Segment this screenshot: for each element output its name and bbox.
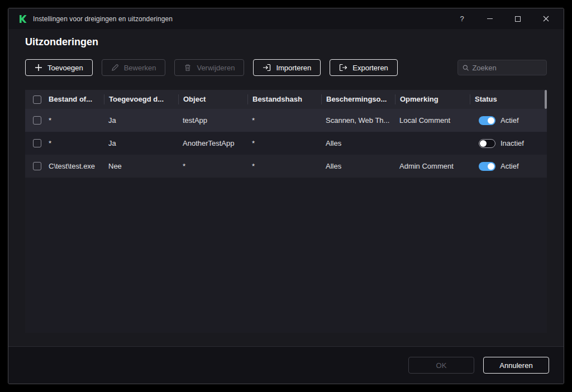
cell-hash: * xyxy=(247,162,321,170)
column-header-added[interactable]: Toegevoegd d... xyxy=(104,94,178,104)
scrollbar-thumb[interactable] xyxy=(545,90,547,109)
cell-added: Nee xyxy=(104,162,178,170)
cell-file: * xyxy=(44,139,104,147)
content-area: Uitzonderingen Toevoegen Bewerken xyxy=(8,29,564,346)
cell-hash: * xyxy=(247,139,321,147)
add-button-label: Toevoegen xyxy=(47,64,83,72)
export-icon xyxy=(339,64,347,71)
ok-button[interactable]: OK xyxy=(408,357,474,374)
cell-comment: Admin Comment xyxy=(395,162,470,170)
page-title: Uitzonderingen xyxy=(25,36,547,48)
cell-status: Inactief xyxy=(470,139,547,148)
minimize-icon xyxy=(487,18,493,19)
delete-button-label: Verwijderen xyxy=(197,64,235,72)
cell-status: Actief xyxy=(470,162,547,171)
status-label: Inactief xyxy=(500,139,524,147)
column-header-status[interactable]: Status xyxy=(470,94,547,104)
help-button[interactable]: ? xyxy=(451,11,473,27)
column-header-hash[interactable]: Bestandshash xyxy=(247,94,321,104)
cell-file: C\test\test.exe xyxy=(44,162,104,170)
table-row[interactable]: * Ja testApp * Scannen, Web Th... Local … xyxy=(25,109,547,132)
cell-object: * xyxy=(178,162,247,170)
delete-button[interactable]: Verwijderen xyxy=(174,59,244,76)
cell-comment: Local Comment xyxy=(395,116,470,125)
cell-file: * xyxy=(44,116,104,125)
import-button[interactable]: Importeren xyxy=(253,59,321,76)
screen: Instellingen voor dreigingen en uitzonde… xyxy=(0,0,572,392)
titlebar: Instellingen voor dreigingen en uitzonde… xyxy=(8,8,564,29)
cell-protection: Alles xyxy=(321,162,395,170)
export-button-label: Exporteren xyxy=(352,64,388,72)
table-header-row: Bestand of... Toegevoegd d... Object Bes… xyxy=(25,90,547,109)
cell-object: AnotherTestApp xyxy=(178,139,247,147)
maximize-button[interactable] xyxy=(507,11,529,27)
status-toggle[interactable] xyxy=(479,139,495,148)
edit-button[interactable]: Bewerken xyxy=(102,59,166,76)
search-icon xyxy=(463,64,469,71)
import-button-label: Importeren xyxy=(276,64,311,72)
column-header-file[interactable]: Bestand of... xyxy=(44,94,104,104)
trash-icon xyxy=(184,64,192,71)
cell-added: Ja xyxy=(104,139,178,147)
table-row[interactable]: C\test\test.exe Nee * * Alles Admin Comm… xyxy=(25,155,547,178)
plus-icon xyxy=(35,64,42,71)
toggle-knob xyxy=(488,163,494,170)
header-checkbox-cell xyxy=(25,95,44,104)
close-button[interactable] xyxy=(535,11,557,27)
settings-window: Instellingen voor dreigingen en uitzonde… xyxy=(8,8,564,384)
cell-object: testApp xyxy=(178,116,247,125)
status-label: Actief xyxy=(500,162,519,170)
maximize-icon xyxy=(515,16,521,22)
row-checkbox[interactable] xyxy=(33,116,41,125)
row-checkbox-cell xyxy=(25,139,44,147)
column-header-comment[interactable]: Opmerking xyxy=(395,94,470,104)
toggle-knob xyxy=(480,140,487,147)
cell-hash: * xyxy=(247,116,321,125)
toggle-knob xyxy=(488,117,494,124)
row-checkbox[interactable] xyxy=(33,162,41,170)
cell-protection: Scannen, Web Th... xyxy=(321,116,395,125)
cell-status: Actief xyxy=(470,116,547,125)
status-label: Actief xyxy=(500,116,519,125)
table-row[interactable]: * Ja AnotherTestApp * Alles Inactief xyxy=(25,132,547,155)
edit-button-label: Bewerken xyxy=(124,64,156,72)
footer: OK Annuleren xyxy=(8,346,564,384)
kaspersky-logo-icon xyxy=(18,15,27,23)
column-header-object[interactable]: Object xyxy=(178,94,247,104)
cell-protection: Alles xyxy=(321,139,395,147)
cancel-button[interactable]: Annuleren xyxy=(483,357,549,374)
search-box xyxy=(457,60,547,75)
cell-added: Ja xyxy=(104,116,178,125)
row-checkbox[interactable] xyxy=(33,139,41,147)
import-icon xyxy=(263,64,271,71)
status-toggle[interactable] xyxy=(479,162,495,171)
status-toggle[interactable] xyxy=(479,116,495,125)
search-input[interactable] xyxy=(472,64,542,72)
column-header-protection[interactable]: Beschermingso... xyxy=(321,94,395,104)
row-checkbox-cell xyxy=(25,116,44,125)
pencil-icon xyxy=(111,64,119,71)
export-button[interactable]: Exporteren xyxy=(330,59,398,76)
close-icon xyxy=(543,16,549,22)
window-title: Instellingen voor dreigingen en uitzonde… xyxy=(33,15,173,23)
toolbar: Toevoegen Bewerken Verwijderen xyxy=(25,59,547,76)
minimize-button[interactable] xyxy=(479,11,501,27)
exclusions-table: Bestand of... Toegevoegd d... Object Bes… xyxy=(25,90,547,333)
table-scrollbar[interactable] xyxy=(544,90,547,333)
row-checkbox-cell xyxy=(25,162,44,170)
select-all-checkbox[interactable] xyxy=(33,95,41,104)
add-button[interactable]: Toevoegen xyxy=(25,59,93,76)
